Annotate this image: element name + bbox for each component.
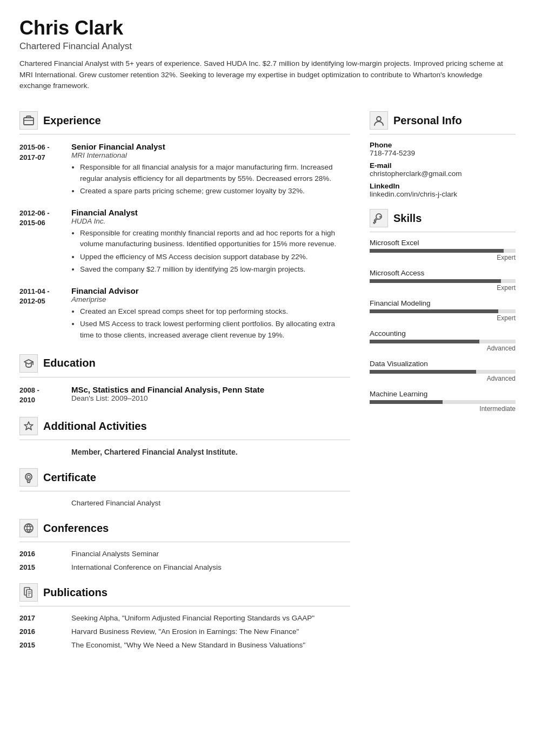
entry-3-bullet-1: Created an Excel spread comps sheet for … (80, 306, 350, 317)
skill-1-level: Expert (370, 284, 516, 292)
certificate-section: Certificate Chartered Financial Analyst (19, 468, 350, 507)
cert-entry-1: Chartered Financial Analyst (19, 499, 350, 507)
candidate-title: Chartered Financial Analyst (19, 41, 516, 52)
skill-2-bar-fill (370, 309, 498, 313)
skill-2-level: Expert (370, 314, 516, 322)
skill-item-2: Financial Modeling Expert (370, 299, 516, 322)
entry-2-bullets: Responsible for creating monthly financi… (71, 228, 350, 275)
education-title: Education (43, 357, 96, 369)
skill-4-level: Advanced (370, 375, 516, 382)
email-value: christopherclark@gmail.com (370, 170, 516, 178)
skill-0-name: Microsoft Excel (370, 239, 516, 247)
entry-2-bullet-2: Upped the efficiency of MS Access decisi… (80, 252, 350, 262)
skill-0-level: Expert (370, 254, 516, 261)
conf-2-year: 2015 (19, 563, 63, 571)
skills-title: Skills (393, 212, 422, 225)
entry-3-bullet-2: Used MS Access to track lowest performin… (80, 319, 350, 341)
experience-entry-3: 2011-04 - 2012-05 Financial Advisor Amer… (19, 286, 350, 342)
svg-point-12 (377, 117, 381, 121)
certificate-divider (19, 491, 350, 491)
conferences-section: Conferences 2016 Financial Analysts Semi… (19, 519, 350, 571)
experience-section: Experience 2015-06 - 2017-07 Senior Fina… (19, 111, 350, 342)
personal-info-section: Personal Info Phone 718-774-5239 E-mail … (370, 111, 516, 198)
skill-3-level: Advanced (370, 345, 516, 352)
personal-info-header: Personal Info (370, 111, 516, 130)
skill-4-name: Data Visualization (370, 360, 516, 368)
activities-title: Additional Activities (43, 420, 147, 433)
conferences-divider (19, 542, 350, 542)
skill-0-bar-bg (370, 249, 516, 253)
email-label: E-mail (370, 161, 516, 170)
skill-1-bar-fill (370, 279, 501, 283)
pub-entry-2: 2016 Harvard Business Review, "An Erosio… (19, 627, 350, 636)
entry-1-bullet-1: Responsible for all financial analysis f… (80, 162, 350, 184)
svg-point-13 (379, 216, 381, 218)
skill-1-name: Microsoft Access (370, 269, 516, 277)
entry-2-bullet-3: Saved the company $2.7 million by identi… (80, 264, 350, 275)
certificate-icon (19, 468, 38, 487)
activity-entry-1: Member, Chartered Financial Analyst Inst… (19, 448, 350, 456)
conf-entry-2: 2015 International Conference on Financi… (19, 563, 350, 571)
pub-entry-3: 2015 The Economist, "Why We Need a New S… (19, 641, 350, 649)
conf-1-text: Financial Analysts Seminar (71, 550, 350, 558)
entry-1-company: MRI International (71, 151, 350, 159)
publications-section: Publications 2017 Seeking Alpha, "Unifor… (19, 583, 350, 649)
skill-item-1: Microsoft Access Expert (370, 269, 516, 292)
skills-icon (370, 209, 388, 227)
entry-1-content: Senior Financial Analyst MRI Internation… (71, 142, 350, 198)
entry-3-role: Financial Advisor (71, 286, 350, 295)
svg-point-6 (24, 524, 33, 532)
skill-1-bar-bg (370, 279, 516, 283)
skills-header: Skills (370, 209, 516, 227)
skills-list: Microsoft Excel Expert Microsoft Access … (370, 239, 516, 413)
conf-2-text: International Conference on Financial An… (71, 563, 350, 571)
certificate-header: Certificate (19, 468, 350, 487)
skill-4-bar-fill (370, 370, 476, 374)
conferences-header: Conferences (19, 519, 350, 537)
phone-value: 718-774-5239 (370, 149, 516, 157)
two-column-layout: Experience 2015-06 - 2017-07 Senior Fina… (19, 111, 516, 661)
skill-item-5: Machine Learning Intermediate (370, 390, 516, 413)
left-column: Experience 2015-06 - 2017-07 Senior Fina… (19, 111, 350, 661)
education-section: Education 2008 - 2010 MSc, Statistics an… (19, 354, 350, 405)
conf-1-year: 2016 (19, 550, 63, 558)
entry-2-role: Financial Analyst (71, 208, 350, 217)
svg-rect-0 (24, 118, 34, 125)
skill-2-name: Financial Modeling (370, 299, 516, 307)
experience-header: Experience (19, 111, 350, 130)
activities-section: Additional Activities Member, Chartered … (19, 417, 350, 456)
pub-entry-1: 2017 Seeking Alpha, "Uniform Adjusted Fi… (19, 614, 350, 622)
education-divider (19, 377, 350, 377)
education-header: Education (19, 354, 350, 373)
pub-1-year: 2017 (19, 614, 63, 622)
experience-icon (19, 111, 38, 130)
svg-point-4 (25, 474, 32, 480)
skill-5-level: Intermediate (370, 405, 516, 413)
pub-2-text: Harvard Business Review, "An Erosion in … (71, 627, 350, 636)
pub-3-text: The Economist, "Why We Need a New Standa… (71, 641, 350, 649)
conf-entry-1: 2016 Financial Analysts Seminar (19, 550, 350, 558)
skill-3-bar-bg (370, 340, 516, 343)
skill-item-0: Microsoft Excel Expert (370, 239, 516, 261)
edu-content: MSc, Statistics and Financial Analysis, … (71, 385, 350, 405)
publications-title: Publications (43, 586, 108, 599)
edu-note: Dean's List: 2009–2010 (71, 394, 350, 402)
entry-1-dates: 2015-06 - 2017-07 (19, 142, 63, 198)
cert-text: Chartered Financial Analyst (71, 499, 350, 507)
activities-divider (19, 440, 350, 440)
skill-0-bar-fill (370, 249, 504, 253)
right-column: Personal Info Phone 718-774-5239 E-mail … (370, 111, 516, 661)
entry-2-bullet-1: Responsible for creating monthly financi… (80, 228, 350, 250)
skill-5-name: Machine Learning (370, 390, 516, 398)
entry-3-content: Financial Advisor Ameriprise Created an … (71, 286, 350, 342)
conferences-icon (19, 519, 38, 537)
personal-info-title: Personal Info (393, 114, 462, 127)
candidate-name: Chris Clark (19, 17, 516, 39)
entry-1-bullet-2: Created a spare parts pricing scheme; gr… (80, 186, 350, 197)
activities-icon (19, 417, 38, 435)
svg-marker-3 (24, 422, 33, 430)
activity-text: Member, Chartered Financial Analyst Inst… (71, 448, 350, 456)
conferences-title: Conferences (43, 522, 109, 535)
linkedin-value: linkedin.com/in/chris-j-clark (370, 190, 516, 198)
skill-item-3: Accounting Advanced (370, 329, 516, 352)
